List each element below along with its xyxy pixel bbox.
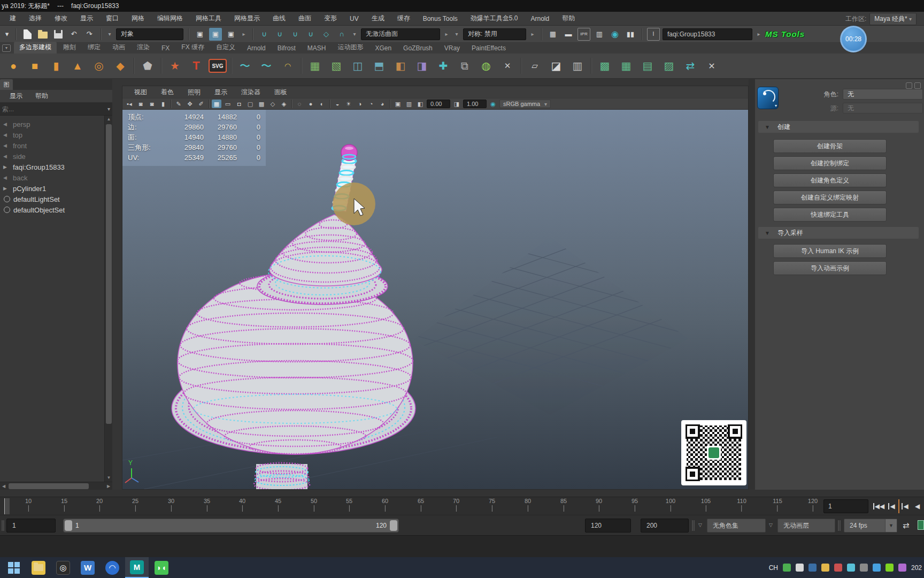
outliner-menu-help[interactable]: 帮助: [30, 92, 53, 101]
menu-cache[interactable]: 缓存: [391, 14, 417, 23]
tray-icon[interactable]: [821, 564, 829, 572]
gamma-field[interactable]: 1.00: [463, 100, 487, 108]
poly-torus-icon[interactable]: ◎: [90, 57, 108, 75]
scroll-right-icon[interactable]: ▶: [105, 482, 112, 490]
uv-layout-icon[interactable]: ▦: [617, 57, 635, 75]
menu-mesh-tools[interactable]: 网格工具: [189, 14, 228, 23]
colorspace-dropdown[interactable]: sRGB gamma▾: [499, 100, 551, 108]
browser-icon[interactable]: ◠: [101, 557, 124, 578]
vp-menu-lighting[interactable]: 照明: [181, 88, 207, 97]
timeline-tick[interactable]: 70: [453, 498, 459, 512]
snap-grid-icon[interactable]: ∪: [258, 28, 271, 41]
timeline-tick[interactable]: 75: [489, 498, 495, 512]
menu-surfaces[interactable]: 曲面: [292, 14, 318, 23]
menu-generate[interactable]: 生成: [365, 14, 391, 23]
panel-divider[interactable]: [749, 79, 755, 490]
tray-icon[interactable]: [847, 564, 855, 572]
mirror-icon[interactable]: ⧉: [456, 57, 474, 75]
timeline-tick[interactable]: 110: [737, 498, 746, 512]
tab-poly-modeling[interactable]: 多边形建模: [14, 42, 57, 54]
menu-bonus-tools[interactable]: Bonus Tools: [417, 15, 464, 22]
step-back-key-button[interactable]: ◀: [886, 499, 898, 513]
drag-grip[interactable]: [692, 520, 695, 531]
snap-curve-icon[interactable]: ∪: [273, 28, 286, 41]
redo-icon[interactable]: ↷: [83, 28, 96, 41]
select-hierarchy-icon[interactable]: ▣: [194, 28, 206, 41]
file-explorer-icon[interactable]: [27, 557, 50, 578]
launch-render-sphere-icon[interactable]: ◉: [609, 28, 621, 41]
timeline-tick[interactable]: 60: [382, 498, 388, 512]
range-slider[interactable]: 1 120: [63, 519, 399, 533]
range-end-handle[interactable]: [390, 520, 397, 531]
uv-cut-icon[interactable]: ▨: [660, 57, 678, 75]
vp-menu-shading[interactable]: 着色: [155, 88, 180, 97]
grease-pencil-icon[interactable]: ✐: [196, 100, 206, 108]
vp-menu-panels[interactable]: 面板: [268, 88, 294, 97]
playback-start-field[interactable]: 1: [6, 519, 56, 533]
platonic-solid-icon[interactable]: ⬟: [138, 57, 157, 75]
render-settings-icon[interactable]: ▥: [593, 28, 606, 41]
timeline-tick[interactable]: 50: [311, 498, 317, 512]
film-gate-icon[interactable]: ▭: [223, 100, 233, 108]
quick-selection-field[interactable]: faqi:Group15833: [663, 28, 752, 40]
tray-icon[interactable]: [834, 564, 842, 572]
timeline-tick[interactable]: 65: [418, 498, 424, 512]
menu-mesh[interactable]: 网格: [125, 14, 151, 23]
tab-rigging[interactable]: 绑定: [82, 42, 106, 54]
poly-cube-icon[interactable]: ■: [26, 57, 44, 75]
outliner-item-pcylinder[interactable]: ▶pCylinder1: [0, 183, 112, 194]
create-section-header[interactable]: ▼ 创建: [758, 121, 919, 133]
command-line-strip[interactable]: [0, 535, 924, 557]
outliner-search-input[interactable]: [2, 105, 107, 113]
active-surface-field[interactable]: 无激活曲面: [361, 28, 440, 40]
uv-editor-icon[interactable]: ▩: [596, 57, 614, 75]
import-section-header[interactable]: ▼ 导入采样: [758, 227, 919, 239]
tab-fx[interactable]: FX: [156, 43, 175, 54]
tray-icon[interactable]: [783, 564, 791, 572]
workspace-dropdown[interactable]: Maya 经典* ▾: [869, 13, 917, 25]
bridge-icon[interactable]: ◨: [413, 57, 431, 75]
menuset-caret-icon[interactable]: ▾: [3, 28, 11, 41]
tab-mash[interactable]: MASH: [302, 43, 332, 54]
boolean-union-icon[interactable]: ◫: [349, 57, 367, 75]
menu-create[interactable]: 建: [3, 14, 22, 23]
snap-projected-center-icon[interactable]: ∪: [304, 28, 317, 41]
outliner-item-top[interactable]: ◀top: [0, 130, 112, 140]
chevron-down-icon[interactable]: ▾: [351, 28, 358, 41]
outliner-item-persp[interactable]: ◀persp: [0, 119, 112, 130]
transfer-attributes-icon[interactable]: ⇄: [681, 57, 699, 75]
menu-deform[interactable]: 变形: [318, 14, 343, 23]
playback-loop-icon[interactable]: ⇄: [903, 521, 910, 530]
character-set-dropdown[interactable]: 无角色集: [707, 519, 766, 533]
smooth-icon[interactable]: ◍: [477, 57, 495, 75]
panel-layout-icon[interactable]: ▥: [568, 57, 587, 75]
chevron-down-icon[interactable]: ▾: [107, 106, 110, 112]
time-ruler[interactable]: 10 15 20 25 30 35 40 45 50 55 60 65 70 7…: [0, 497, 821, 515]
timeline-tick[interactable]: 85: [560, 498, 567, 512]
animation-preferences-icon[interactable]: [918, 520, 924, 530]
outliner-horizontal-scrollbar[interactable]: ◀ ▶: [0, 482, 112, 490]
super-shape-icon[interactable]: ★: [166, 57, 184, 75]
timeline-tick[interactable]: 80: [525, 498, 531, 512]
reduce-icon[interactable]: ✕: [498, 57, 517, 75]
menu-jinbaoyang-toolbox[interactable]: 劲爆羊工具盒5.0: [464, 14, 525, 23]
playback-end-field[interactable]: 120: [585, 519, 631, 533]
scroll-up-icon[interactable]: ▲: [105, 116, 112, 123]
tab-sculpting[interactable]: 雕刻: [58, 42, 81, 54]
tab-arnold[interactable]: Arnold: [242, 43, 271, 54]
select-camera-icon[interactable]: ▪◂: [125, 100, 134, 108]
humanik-character-icon[interactable]: ▾: [757, 87, 779, 109]
tab-rendering[interactable]: 渲染: [132, 42, 155, 54]
chevron-down-icon[interactable]: ▽: [769, 522, 773, 528]
motion-blur-icon[interactable]: ◕: [378, 100, 387, 108]
scroll-down-icon[interactable]: ▼: [105, 474, 112, 482]
shelf-menu-icon[interactable]: ▾: [2, 44, 11, 52]
safe-action-icon[interactable]: ◇: [268, 100, 278, 108]
make-live-icon[interactable]: ∩: [335, 28, 348, 41]
fps-dropdown[interactable]: 24 fps▼: [844, 519, 897, 533]
tray-icon[interactable]: [886, 564, 894, 572]
import-animation-example-button[interactable]: 导入动画示例: [773, 261, 887, 275]
scrollbar-thumb[interactable]: [106, 124, 112, 424]
vp-menu-view[interactable]: 视图: [128, 88, 153, 97]
expand-arrow-icon[interactable]: ▸: [240, 28, 248, 41]
